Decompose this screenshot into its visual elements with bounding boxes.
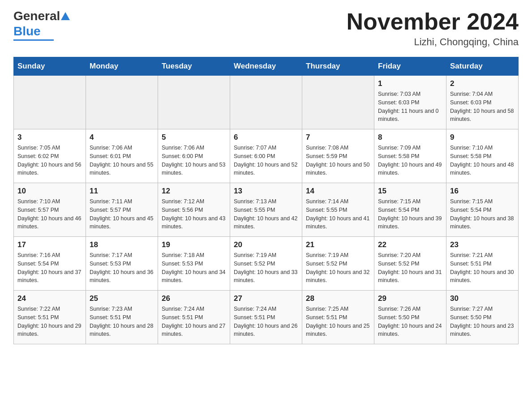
day-number: 20 [234,240,298,249]
calendar-cell: 28Sunrise: 7:25 AMSunset: 5:51 PMDayligh… [302,291,374,344]
calendar-cell: 18Sunrise: 7:17 AMSunset: 5:53 PMDayligh… [86,237,158,291]
calendar-week-row-5: 24Sunrise: 7:22 AMSunset: 5:51 PMDayligh… [14,291,519,344]
calendar-cell: 20Sunrise: 7:19 AMSunset: 5:52 PMDayligh… [230,237,302,291]
calendar-title: November 2024 [347,9,519,34]
day-info: Sunrise: 7:27 AMSunset: 5:50 PMDaylight:… [450,305,515,338]
calendar-table: SundayMondayTuesdayWednesdayThursdayFrid… [13,57,519,344]
day-number: 10 [17,187,82,196]
calendar-cell: 29Sunrise: 7:26 AMSunset: 5:50 PMDayligh… [374,291,446,344]
calendar-cell: 4Sunrise: 7:06 AMSunset: 6:01 PMDaylight… [86,129,158,183]
day-info: Sunrise: 7:20 AMSunset: 5:52 PMDaylight:… [378,251,442,285]
day-number: 21 [306,240,370,249]
day-number: 14 [306,187,370,196]
weekday-header-saturday: Saturday [446,57,519,76]
day-info: Sunrise: 7:05 AMSunset: 6:02 PMDaylight:… [17,144,82,177]
day-info: Sunrise: 7:11 AMSunset: 5:57 PMDaylight:… [90,197,154,231]
title-area: November 2024 Lizhi, Chongqing, China [347,9,519,48]
weekday-header-row: SundayMondayTuesdayWednesdayThursdayFrid… [14,57,519,76]
calendar-cell: 5Sunrise: 7:06 AMSunset: 6:00 PMDaylight… [158,129,230,183]
day-number: 16 [450,187,515,196]
day-number: 3 [17,133,82,142]
day-number: 13 [234,187,298,196]
calendar-cell: 14Sunrise: 7:14 AMSunset: 5:55 PMDayligh… [302,183,374,237]
calendar-week-row-4: 17Sunrise: 7:16 AMSunset: 5:54 PMDayligh… [14,237,519,291]
logo-text: General [13,9,70,23]
calendar-cell: 25Sunrise: 7:23 AMSunset: 5:51 PMDayligh… [86,291,158,344]
calendar-cell [14,76,86,129]
calendar-cell: 8Sunrise: 7:09 AMSunset: 5:58 PMDaylight… [374,129,446,183]
weekday-header-sunday: Sunday [14,57,86,76]
day-number: 29 [378,294,442,303]
day-info: Sunrise: 7:18 AMSunset: 5:53 PMDaylight:… [162,251,226,285]
day-info: Sunrise: 7:06 AMSunset: 6:00 PMDaylight:… [162,144,226,177]
calendar-cell: 19Sunrise: 7:18 AMSunset: 5:53 PMDayligh… [158,237,230,291]
day-number: 24 [17,294,82,303]
day-info: Sunrise: 7:21 AMSunset: 5:51 PMDaylight:… [450,251,515,285]
logo-general: General [13,9,60,23]
calendar-cell: 7Sunrise: 7:08 AMSunset: 5:59 PMDaylight… [302,129,374,183]
calendar-cell: 23Sunrise: 7:21 AMSunset: 5:51 PMDayligh… [446,237,519,291]
day-number: 11 [90,187,154,196]
day-number: 30 [450,294,515,303]
day-number: 8 [378,133,442,142]
day-info: Sunrise: 7:16 AMSunset: 5:54 PMDaylight:… [17,251,82,285]
day-number: 28 [306,294,370,303]
day-info: Sunrise: 7:26 AMSunset: 5:50 PMDaylight:… [378,305,442,338]
calendar-cell [86,76,158,129]
day-number: 23 [450,240,515,249]
day-info: Sunrise: 7:15 AMSunset: 5:54 PMDaylight:… [378,197,442,231]
day-number: 22 [378,240,442,249]
logo-triangle-icon [61,12,70,20]
calendar-cell: 3Sunrise: 7:05 AMSunset: 6:02 PMDaylight… [14,129,86,183]
calendar-cell: 10Sunrise: 7:10 AMSunset: 5:57 PMDayligh… [14,183,86,237]
day-info: Sunrise: 7:17 AMSunset: 5:53 PMDaylight:… [90,251,154,285]
weekday-header-thursday: Thursday [302,57,374,76]
day-number: 25 [90,294,154,303]
day-number: 4 [90,133,154,142]
calendar-cell: 13Sunrise: 7:13 AMSunset: 5:55 PMDayligh… [230,183,302,237]
calendar-cell: 6Sunrise: 7:07 AMSunset: 6:00 PMDaylight… [230,129,302,183]
day-info: Sunrise: 7:06 AMSunset: 6:01 PMDaylight:… [90,144,154,177]
logo-underline [13,39,54,41]
day-info: Sunrise: 7:24 AMSunset: 5:51 PMDaylight:… [234,305,298,338]
day-number: 17 [17,240,82,249]
day-number: 6 [234,133,298,142]
logo-blue: Blue [13,24,41,39]
calendar-cell: 9Sunrise: 7:10 AMSunset: 5:58 PMDaylight… [446,129,519,183]
calendar-cell: 27Sunrise: 7:24 AMSunset: 5:51 PMDayligh… [230,291,302,344]
calendar-cell: 22Sunrise: 7:20 AMSunset: 5:52 PMDayligh… [374,237,446,291]
day-number: 1 [378,79,442,88]
day-info: Sunrise: 7:13 AMSunset: 5:55 PMDaylight:… [234,197,298,231]
day-number: 7 [306,133,370,142]
calendar-cell: 26Sunrise: 7:24 AMSunset: 5:51 PMDayligh… [158,291,230,344]
calendar-cell [158,76,230,129]
day-info: Sunrise: 7:22 AMSunset: 5:51 PMDaylight:… [17,305,82,338]
day-info: Sunrise: 7:19 AMSunset: 5:52 PMDaylight:… [234,251,298,285]
header: General Blue November 2024 Lizhi, Chongq… [13,9,519,48]
day-number: 5 [162,133,226,142]
day-info: Sunrise: 7:24 AMSunset: 5:51 PMDaylight:… [162,305,226,338]
weekday-header-wednesday: Wednesday [230,57,302,76]
day-info: Sunrise: 7:03 AMSunset: 6:03 PMDaylight:… [378,90,442,124]
day-number: 19 [162,240,226,249]
calendar-cell: 12Sunrise: 7:12 AMSunset: 5:56 PMDayligh… [158,183,230,237]
day-info: Sunrise: 7:09 AMSunset: 5:58 PMDaylight:… [378,144,442,177]
day-info: Sunrise: 7:19 AMSunset: 5:52 PMDaylight:… [306,251,370,285]
day-info: Sunrise: 7:12 AMSunset: 5:56 PMDaylight:… [162,197,226,231]
day-number: 9 [450,133,515,142]
calendar-week-row-2: 3Sunrise: 7:05 AMSunset: 6:02 PMDaylight… [14,129,519,183]
calendar-cell [302,76,374,129]
weekday-header-friday: Friday [374,57,446,76]
weekday-header-monday: Monday [86,57,158,76]
day-info: Sunrise: 7:23 AMSunset: 5:51 PMDaylight:… [90,305,154,338]
day-info: Sunrise: 7:10 AMSunset: 5:57 PMDaylight:… [17,197,82,231]
calendar-cell: 21Sunrise: 7:19 AMSunset: 5:52 PMDayligh… [302,237,374,291]
day-number: 18 [90,240,154,249]
calendar-cell: 17Sunrise: 7:16 AMSunset: 5:54 PMDayligh… [14,237,86,291]
day-info: Sunrise: 7:08 AMSunset: 5:59 PMDaylight:… [306,144,370,177]
calendar-week-row-1: 1Sunrise: 7:03 AMSunset: 6:03 PMDaylight… [14,76,519,129]
day-info: Sunrise: 7:10 AMSunset: 5:58 PMDaylight:… [450,144,515,177]
day-number: 15 [378,187,442,196]
day-number: 26 [162,294,226,303]
calendar-cell: 11Sunrise: 7:11 AMSunset: 5:57 PMDayligh… [86,183,158,237]
